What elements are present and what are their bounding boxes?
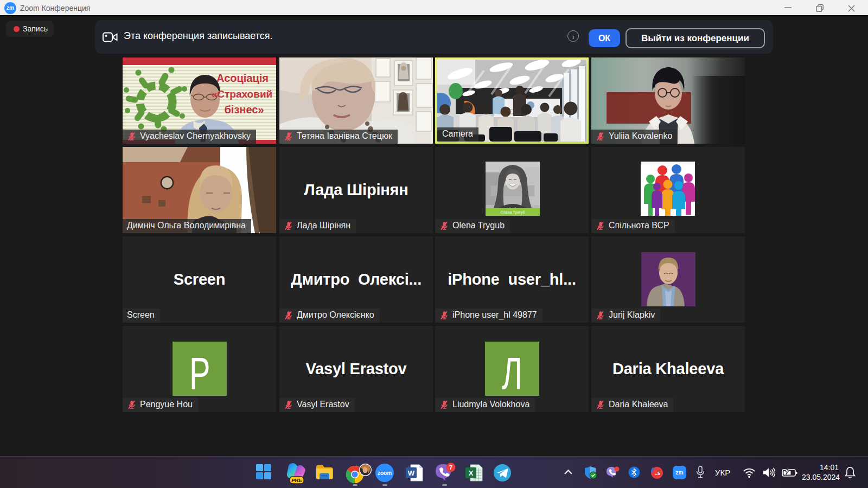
svg-text:PRE: PRE <box>291 477 302 483</box>
svg-text:..5: ..5 <box>655 471 660 476</box>
svg-text:X: X <box>469 469 474 477</box>
svg-text:Олена Тригуб: Олена Тригуб <box>501 210 525 215</box>
svg-text:бізнес»: бізнес» <box>224 104 264 115</box>
svg-text:«Страховий: «Страховий <box>212 88 273 100</box>
svg-text:Асоціація: Асоціація <box>216 72 269 84</box>
svg-text:W: W <box>408 469 415 477</box>
svg-text:7: 7 <box>449 464 452 471</box>
